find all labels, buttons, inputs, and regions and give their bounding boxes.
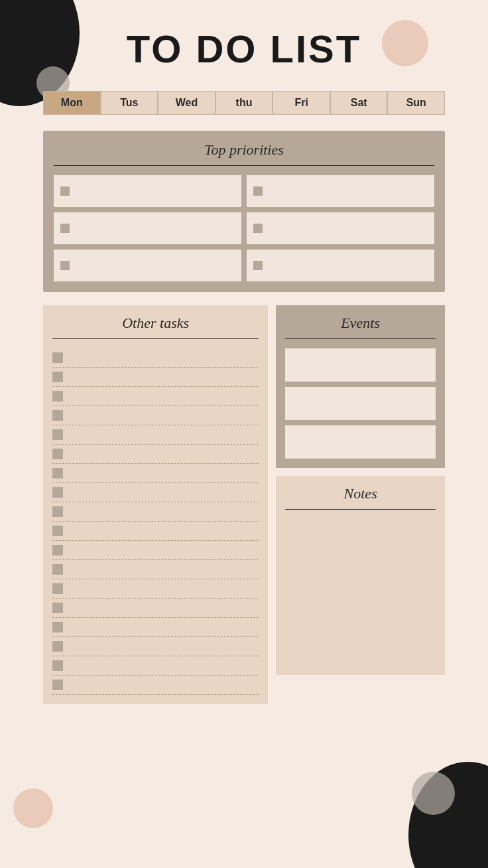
day-tab-thu[interactable]: thu <box>215 91 273 115</box>
tasks-divider <box>52 338 259 339</box>
other-tasks-section: Other tasks <box>43 305 268 704</box>
bottom-row: Other tasks Events <box>43 305 445 704</box>
priority-checkbox-5[interactable] <box>60 261 70 270</box>
day-tab-fri[interactable]: Fri <box>273 91 330 115</box>
priority-checkbox-6[interactable] <box>253 261 263 270</box>
task-item-6[interactable] <box>52 445 259 464</box>
task-item-18[interactable] <box>52 676 259 695</box>
task-item-1[interactable] <box>52 348 259 368</box>
task-item-7[interactable] <box>52 464 259 483</box>
task-checkbox-5[interactable] <box>52 429 63 440</box>
event-item-1[interactable] <box>285 348 436 382</box>
deco-circle-gray-bottom <box>412 772 455 815</box>
other-tasks-title: Other tasks <box>52 315 259 332</box>
day-tab-sat[interactable]: Sat <box>330 91 388 115</box>
day-tab-tus[interactable]: Tus <box>101 91 158 115</box>
priority-item-5[interactable] <box>54 250 241 281</box>
task-item-13[interactable] <box>52 579 259 599</box>
notes-divider <box>285 509 436 510</box>
day-tab-wed[interactable]: Wed <box>158 91 215 115</box>
task-checkbox-13[interactable] <box>52 583 63 594</box>
task-item-8[interactable] <box>52 483 259 502</box>
task-checkbox-14[interactable] <box>52 603 63 613</box>
priority-item-2[interactable] <box>247 175 434 207</box>
task-checkbox-6[interactable] <box>52 449 63 459</box>
priority-checkbox-4[interactable] <box>253 224 263 233</box>
priorities-section: Top priorities <box>43 131 445 292</box>
task-checkbox-8[interactable] <box>52 487 63 498</box>
task-checkbox-3[interactable] <box>52 391 63 401</box>
deco-circle-peach-bottom <box>13 788 53 828</box>
event-item-3[interactable] <box>285 425 436 459</box>
task-item-5[interactable] <box>52 425 259 445</box>
task-item-15[interactable] <box>52 618 259 637</box>
task-checkbox-1[interactable] <box>52 352 63 363</box>
task-checkbox-10[interactable] <box>52 526 63 536</box>
priority-checkbox-3[interactable] <box>60 224 70 233</box>
task-item-11[interactable] <box>52 541 259 560</box>
task-checkbox-4[interactable] <box>52 410 63 421</box>
day-tab-sun[interactable]: Sun <box>387 91 445 115</box>
notes-title: Notes <box>285 485 436 502</box>
day-tabs-row: Mon Tus Wed thu Fri Sat Sun <box>43 91 445 115</box>
day-tab-mon[interactable]: Mon <box>43 91 101 115</box>
task-item-2[interactable] <box>52 368 259 387</box>
task-checkbox-7[interactable] <box>52 468 63 478</box>
task-item-10[interactable] <box>52 522 259 541</box>
events-title: Events <box>285 315 436 332</box>
priority-checkbox-2[interactable] <box>253 186 263 196</box>
task-item-9[interactable] <box>52 502 259 522</box>
events-divider <box>285 338 436 339</box>
task-checkbox-18[interactable] <box>52 680 63 690</box>
task-checkbox-15[interactable] <box>52 622 63 632</box>
task-checkbox-16[interactable] <box>52 641 63 652</box>
task-checkbox-9[interactable] <box>52 506 63 517</box>
task-item-17[interactable] <box>52 656 259 676</box>
task-item-3[interactable] <box>52 387 259 406</box>
task-checkbox-11[interactable] <box>52 545 63 555</box>
task-checkbox-2[interactable] <box>52 372 63 382</box>
priority-item-4[interactable] <box>247 212 434 244</box>
task-item-12[interactable] <box>52 560 259 579</box>
task-item-14[interactable] <box>52 599 259 618</box>
page-title: TO DO LIST <box>43 27 445 71</box>
priority-item-3[interactable] <box>54 212 241 244</box>
right-column: Events Notes <box>276 305 445 675</box>
task-item-16[interactable] <box>52 637 259 656</box>
events-section: Events <box>276 305 445 468</box>
priorities-divider <box>54 165 434 166</box>
task-checkbox-17[interactable] <box>52 660 63 671</box>
priorities-title: Top priorities <box>54 141 434 159</box>
notes-section: Notes <box>276 476 445 675</box>
priority-item-1[interactable] <box>54 175 241 207</box>
task-item-4[interactable] <box>52 406 259 425</box>
priority-item-6[interactable] <box>247 250 434 281</box>
event-item-2[interactable] <box>285 387 436 420</box>
events-grid <box>285 348 436 459</box>
task-checkbox-12[interactable] <box>52 564 63 575</box>
priority-checkbox-1[interactable] <box>60 186 70 196</box>
priorities-grid <box>54 175 434 281</box>
